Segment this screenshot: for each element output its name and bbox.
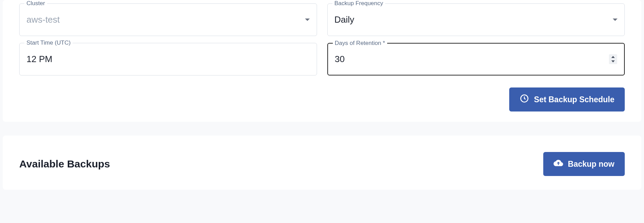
triangle-up-icon	[611, 56, 615, 58]
triangle-down-icon	[611, 60, 615, 62]
stepper-up-button[interactable]	[610, 55, 616, 59]
cluster-field[interactable]: Cluster aws-test	[19, 3, 317, 36]
set-backup-schedule-button[interactable]: Set Backup Schedule	[509, 87, 625, 112]
available-backups-header: Available Backups Backup now	[19, 152, 625, 176]
available-backups-title: Available Backups	[19, 158, 110, 170]
submit-row: Set Backup Schedule	[19, 87, 625, 112]
backup-now-label: Backup now	[568, 160, 614, 169]
form-row-2: Start Time (UTC) 12 PM Days of Retention…	[19, 43, 625, 75]
form-row-1: Cluster aws-test Backup Frequency Daily	[19, 3, 625, 36]
days-retention-label: Days of Retention *	[333, 40, 387, 47]
backup-schedule-card: Cluster aws-test Backup Frequency Daily …	[3, 0, 641, 122]
section-gap	[0, 122, 644, 136]
days-retention-value: 30	[335, 54, 609, 64]
start-time-field[interactable]: Start Time (UTC) 12 PM	[19, 43, 317, 75]
days-retention-field[interactable]: Days of Retention * 30	[327, 43, 625, 75]
days-retention-stepper	[609, 54, 617, 64]
backup-frequency-field[interactable]: Backup Frequency Daily	[327, 3, 625, 36]
start-time-value: 12 PM	[26, 54, 310, 64]
available-backups-card: Available Backups Backup now	[3, 136, 641, 190]
set-backup-schedule-label: Set Backup Schedule	[534, 95, 614, 104]
stepper-down-button[interactable]	[610, 59, 616, 63]
cloud-upload-icon	[554, 158, 563, 170]
backup-now-button[interactable]: Backup now	[543, 152, 625, 176]
clock-icon	[520, 94, 529, 105]
start-time-label: Start Time (UTC)	[24, 39, 73, 46]
